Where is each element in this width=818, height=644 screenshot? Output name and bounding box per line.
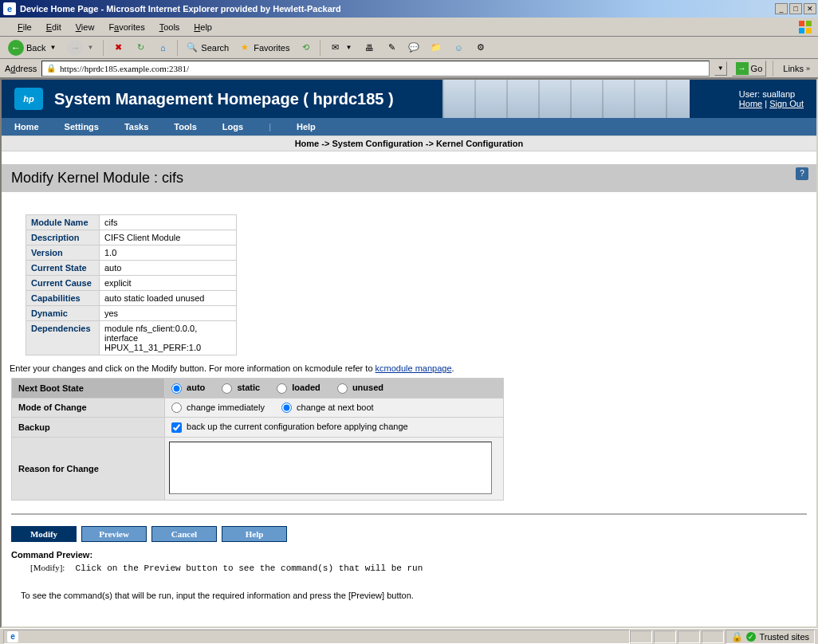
current-state-value: auto bbox=[100, 261, 237, 276]
menu-help[interactable]: Help bbox=[187, 20, 218, 34]
menu-tools[interactable]: Tools bbox=[153, 20, 187, 34]
close-button[interactable]: ✕ bbox=[804, 3, 816, 14]
favorites-button[interactable]: ★Favorites bbox=[235, 40, 293, 56]
search-button[interactable]: 🔍Search bbox=[183, 40, 232, 56]
dependencies-label: Dependencies bbox=[26, 321, 100, 355]
back-arrow-icon: ← bbox=[8, 40, 24, 56]
messenger-button[interactable]: ☺ bbox=[449, 40, 468, 56]
backup-label: Backup bbox=[12, 418, 165, 438]
home-button[interactable]: ⌂ bbox=[153, 40, 172, 56]
address-dropdown[interactable]: ▼ bbox=[714, 61, 727, 76]
check-icon: ✓ bbox=[746, 632, 756, 642]
action-buttons: Modify Preview Cancel Help bbox=[2, 521, 816, 547]
research-button[interactable]: 📁 bbox=[427, 40, 446, 56]
description-value: CIFS Client Module bbox=[100, 230, 237, 245]
menu-view[interactable]: View bbox=[69, 20, 101, 34]
radio-static[interactable]: static bbox=[222, 383, 260, 392]
edit-button[interactable]: ✎ bbox=[382, 40, 401, 56]
user-info: User: suallanp Home | Sign Out bbox=[739, 89, 804, 108]
forward-arrow-icon: → bbox=[67, 40, 83, 56]
mail-button[interactable]: ✉▼ bbox=[325, 40, 356, 56]
edit-icon: ✎ bbox=[385, 41, 398, 54]
radio-nextboot[interactable]: change at next boot bbox=[281, 402, 374, 412]
address-label: Address bbox=[5, 64, 37, 73]
status-segment bbox=[702, 630, 724, 643]
checkbox-backup[interactable]: back up the current configuration before… bbox=[171, 422, 408, 431]
current-cause-value: explicit bbox=[100, 276, 237, 291]
address-input-wrap: 🔒 bbox=[41, 61, 709, 77]
nav-home[interactable]: Home bbox=[14, 122, 39, 132]
mode-label: Mode of Change bbox=[12, 398, 165, 418]
back-button[interactable]: ←Back▼ bbox=[5, 38, 61, 57]
windows-logo-icon bbox=[797, 19, 813, 35]
cancel-button[interactable]: Cancel bbox=[151, 526, 217, 542]
radio-loaded[interactable]: loaded bbox=[277, 383, 321, 392]
print-button[interactable]: 🖶 bbox=[360, 40, 379, 56]
window-controls: _ □ ✕ bbox=[773, 3, 816, 14]
smh-title: System Management Homepage ( hprdc185 ) bbox=[54, 90, 394, 108]
radio-immediate[interactable]: change immediately bbox=[171, 402, 265, 412]
next-boot-options: auto static loaded unused bbox=[165, 379, 504, 399]
help-icon[interactable]: ? bbox=[796, 167, 808, 180]
discuss-button[interactable]: 💬 bbox=[404, 40, 423, 56]
header-image bbox=[442, 80, 690, 118]
history-button[interactable]: ⟲ bbox=[296, 40, 315, 56]
signout-link[interactable]: Sign Out bbox=[769, 99, 804, 108]
stop-button[interactable]: ✖ bbox=[108, 40, 128, 56]
current-state-label: Current State bbox=[26, 261, 100, 276]
svg-rect-0 bbox=[799, 21, 804, 26]
version-label: Version bbox=[26, 245, 100, 261]
nav-tools[interactable]: Tools bbox=[174, 122, 197, 132]
radio-auto[interactable]: auto bbox=[171, 383, 205, 392]
module-name-value: cifs bbox=[100, 215, 237, 230]
gear-icon: ⚙ bbox=[474, 41, 487, 54]
search-icon: 🔍 bbox=[186, 41, 199, 54]
cmd-hint: To see the command(s) that will be run, … bbox=[2, 579, 816, 611]
dependencies-value: module nfs_client:0.0.0, interface HPUX_… bbox=[100, 321, 237, 355]
refresh-button[interactable]: ↻ bbox=[131, 40, 150, 56]
address-input[interactable] bbox=[60, 64, 706, 73]
nav-settings[interactable]: Settings bbox=[65, 122, 99, 132]
breadcrumb: Home -> System Configuration -> Kernel C… bbox=[2, 135, 816, 151]
nav-logs[interactable]: Logs bbox=[222, 122, 243, 132]
stop-icon: ✖ bbox=[112, 41, 124, 54]
home-link[interactable]: Home bbox=[739, 99, 762, 108]
smh-nav: Home Settings Tasks Tools Logs | Help bbox=[2, 118, 816, 135]
links-button[interactable]: Links » bbox=[780, 64, 813, 73]
window-title: Device Home Page - Microsoft Internet Ex… bbox=[20, 4, 341, 14]
preview-button[interactable]: Preview bbox=[81, 526, 147, 542]
reason-label: Reason for Change bbox=[12, 437, 165, 500]
maximize-button[interactable]: □ bbox=[789, 3, 802, 14]
next-boot-label: Next Boot State bbox=[12, 379, 165, 399]
radio-unused[interactable]: unused bbox=[337, 383, 383, 392]
manpage-link[interactable]: kcmodule manpage bbox=[376, 363, 452, 373]
nav-help[interactable]: Help bbox=[297, 122, 316, 132]
description-label: Description bbox=[26, 230, 100, 245]
backup-option: back up the current configuration before… bbox=[165, 418, 504, 438]
lock-icon: 🔒 bbox=[731, 631, 743, 642]
chevron-down-icon[interactable]: ▼ bbox=[344, 44, 353, 51]
forward-button: →▼ bbox=[64, 38, 98, 57]
mode-options: change immediately change at next boot bbox=[165, 398, 504, 418]
history-icon: ⟲ bbox=[299, 41, 312, 54]
status-zone[interactable]: 🔒 ✓ Trusted sites bbox=[726, 630, 815, 644]
go-button[interactable]: →Go bbox=[732, 61, 767, 77]
menu-file[interactable]: File bbox=[11, 20, 38, 34]
chevron-down-icon[interactable]: ▼ bbox=[48, 44, 57, 51]
page-icon: 🔒 bbox=[45, 63, 57, 74]
help-button[interactable]: Help bbox=[222, 526, 287, 542]
extra-button[interactable]: ⚙ bbox=[471, 40, 490, 56]
version-value: 1.0 bbox=[100, 245, 237, 261]
menu-favorites[interactable]: Favorites bbox=[102, 20, 151, 34]
discuss-icon: 💬 bbox=[407, 41, 420, 54]
page-status-icon: e bbox=[7, 631, 18, 642]
nav-tasks[interactable]: Tasks bbox=[124, 122, 148, 132]
reason-cell bbox=[165, 437, 504, 500]
minimize-button[interactable]: _ bbox=[775, 3, 788, 14]
svg-rect-2 bbox=[799, 28, 804, 33]
content-area: hp System Management Homepage ( hprdc185… bbox=[0, 78, 818, 628]
menu-edit[interactable]: Edit bbox=[40, 20, 68, 34]
reason-textarea[interactable] bbox=[169, 442, 492, 494]
modify-button[interactable]: Modify bbox=[11, 526, 77, 542]
dynamic-value: yes bbox=[100, 306, 237, 321]
